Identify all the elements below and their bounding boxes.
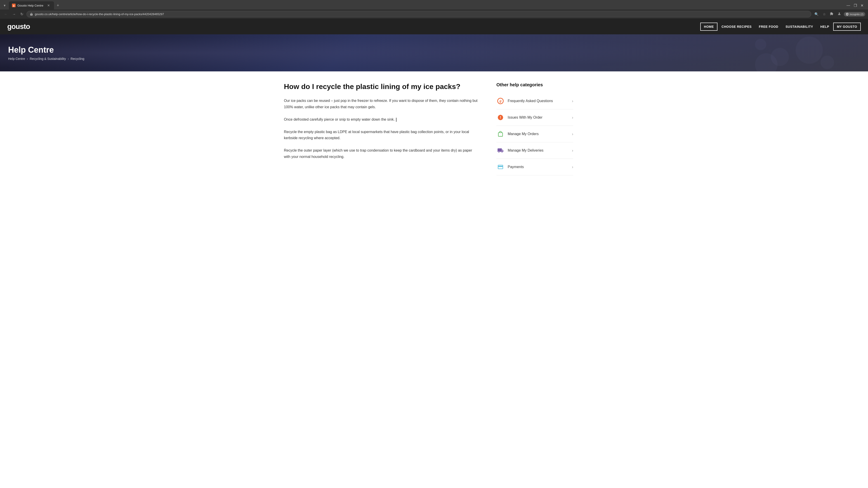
sidebar: Other help categories g Frequently Asked… xyxy=(496,82,573,175)
faq-icon: g xyxy=(496,97,504,105)
category-manage-orders-arrow: › xyxy=(572,132,573,136)
nav-help[interactable]: HELP xyxy=(817,23,832,30)
issues-icon xyxy=(496,113,504,122)
category-issues-arrow: › xyxy=(572,115,573,120)
tab-list-arrow[interactable]: ▼ xyxy=(2,3,7,8)
nav-home[interactable]: HOME xyxy=(700,23,717,31)
breadcrumb-help-centre[interactable]: Help Centre xyxy=(8,57,25,61)
hero-title: Help Centre xyxy=(8,45,860,55)
site-header: gousto HOME CHOOSE RECIPES FREE FOOD SUS… xyxy=(0,19,868,34)
breadcrumb-recycling: Recycling xyxy=(70,57,84,61)
reload-button[interactable]: ↻ xyxy=(19,11,25,17)
category-faq[interactable]: g Frequently Asked Questions › xyxy=(496,93,573,109)
category-manage-orders-label: Manage My Orders xyxy=(508,132,569,136)
article-title: How do I recycle the plastic lining of m… xyxy=(284,82,478,91)
forward-button[interactable]: → xyxy=(11,11,17,17)
breadcrumb-recycling-sustainability[interactable]: Recycling & Sustainability xyxy=(30,57,66,61)
nav-actions: 🔍 ☆ Incognito (2) xyxy=(813,11,865,17)
person-icon xyxy=(837,12,841,15)
bookmark-button[interactable]: ☆ xyxy=(822,11,827,17)
profile-button[interactable] xyxy=(836,11,842,17)
tab-close-button[interactable]: ✕ xyxy=(46,3,51,8)
article-para-2: Once defrosted carefully pierce or snip … xyxy=(284,116,478,123)
breadcrumb: Help Centre › Recycling & Sustainability… xyxy=(8,57,860,61)
category-issues-label: Issues With My Order xyxy=(508,116,569,120)
tab-title: Gousto Help Centre xyxy=(18,4,44,7)
main-content: How do I recycle the plastic lining of m… xyxy=(276,71,592,186)
bag-icon xyxy=(497,131,504,137)
close-button[interactable]: ✕ xyxy=(860,2,864,8)
help-categories-list: g Frequently Asked Questions › Issues Wi… xyxy=(496,93,573,175)
extensions-button[interactable] xyxy=(829,11,835,17)
deliveries-icon xyxy=(496,147,504,155)
category-faq-label: Frequently Asked Questions xyxy=(508,99,569,103)
article: How do I recycle the plastic lining of m… xyxy=(284,82,478,175)
breadcrumb-sep-2: › xyxy=(68,57,69,61)
active-tab[interactable]: g Gousto Help Centre ✕ xyxy=(9,1,54,9)
incognito-label: Incognito (2) xyxy=(850,13,864,15)
maximize-button[interactable]: ❐ xyxy=(853,2,858,8)
category-faq-arrow: › xyxy=(572,99,573,103)
tab-bar: ▼ g Gousto Help Centre ✕ + — ❐ ✕ xyxy=(0,0,868,9)
category-issues[interactable]: Issues With My Order › xyxy=(496,109,573,126)
hero-section: Help Centre Help Centre › Recycling & Su… xyxy=(0,34,868,71)
sidebar-title: Other help categories xyxy=(496,82,573,88)
warning-circle-icon xyxy=(497,114,504,121)
search-button[interactable]: 🔍 xyxy=(813,11,820,17)
incognito-icon xyxy=(846,13,849,16)
tab-favicon: g xyxy=(12,4,16,7)
logo-text: gousto xyxy=(7,22,30,31)
minimize-button[interactable]: — xyxy=(846,2,851,8)
nav-free-food[interactable]: FREE FOOD xyxy=(756,23,781,30)
lock-icon xyxy=(30,13,33,16)
breadcrumb-sep-1: › xyxy=(27,57,28,61)
article-para-2-text: Once defrosted carefully pierce or snip … xyxy=(284,118,395,121)
article-body: Our ice packs can be reused – just pop i… xyxy=(284,98,478,160)
nav-sustainability[interactable]: SUSTAINABILITY xyxy=(782,23,816,30)
text-cursor xyxy=(396,118,397,122)
category-manage-orders[interactable]: Manage My Orders › xyxy=(496,126,573,142)
article-para-3: Recycle the empty plastic bag as LDPE at… xyxy=(284,129,478,141)
payments-icon xyxy=(496,163,504,171)
incognito-indicator: Incognito (2) xyxy=(844,12,865,17)
window-controls: — ❐ ✕ xyxy=(846,2,866,8)
manage-orders-icon xyxy=(496,130,504,138)
main-nav: HOME CHOOSE RECIPES FREE FOOD SUSTAINABI… xyxy=(700,23,861,31)
new-tab-button[interactable]: + xyxy=(55,2,61,9)
category-deliveries-arrow: › xyxy=(572,148,573,153)
url-text: gousto.co.uk/help-centre/article/how-do-… xyxy=(35,12,808,16)
card-icon xyxy=(497,164,504,170)
address-bar[interactable]: gousto.co.uk/help-centre/article/how-do-… xyxy=(26,11,811,18)
category-payments-arrow: › xyxy=(572,165,573,169)
back-button[interactable]: ← xyxy=(3,11,9,17)
category-payments-label: Payments xyxy=(508,165,569,169)
browser-chrome: ▼ g Gousto Help Centre ✕ + — ❐ ✕ ← → ↻ g… xyxy=(0,0,868,19)
category-deliveries-label: Manage My Deliveries xyxy=(508,149,569,153)
nav-bar: ← → ↻ gousto.co.uk/help-centre/article/h… xyxy=(0,9,868,19)
nav-my-gousto[interactable]: MY GOUSTO xyxy=(833,23,861,31)
puzzle-icon xyxy=(830,12,833,15)
faq-g-shape: g xyxy=(497,98,504,104)
truck-icon xyxy=(497,147,504,154)
gousto-logo[interactable]: gousto xyxy=(7,22,30,31)
category-deliveries[interactable]: Manage My Deliveries › xyxy=(496,142,573,159)
article-para-4: Recycle the outer paper layer (which we … xyxy=(284,147,478,160)
article-para-1: Our ice packs can be reused – just pop i… xyxy=(284,98,478,110)
category-payments[interactable]: Payments › xyxy=(496,159,573,175)
nav-choose-recipes[interactable]: CHOOSE RECIPES xyxy=(718,23,755,30)
